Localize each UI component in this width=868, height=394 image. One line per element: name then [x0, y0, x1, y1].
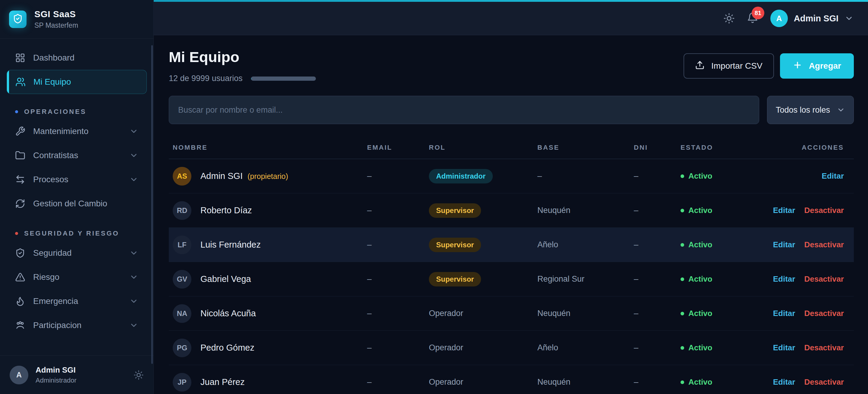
status-badge: Activo — [681, 171, 771, 181]
plus-icon — [793, 60, 802, 72]
sidebar-item-contratistas[interactable]: Contratistas — [7, 143, 147, 167]
search-input[interactable] — [178, 105, 750, 115]
brand-title: SGI SaaS — [34, 9, 78, 19]
filters-row: Todos los roles — [169, 96, 854, 124]
col-nombre: NOMBRE — [173, 144, 367, 152]
sidebar-item-label: Gestion del Cambio — [33, 199, 107, 208]
deactivate-action[interactable]: Desactivar — [804, 377, 844, 387]
sidebar-item-label: Dashboard — [33, 53, 74, 63]
deactivate-action[interactable]: Desactivar — [804, 309, 844, 318]
import-csv-button[interactable]: Importar CSV — [684, 53, 774, 78]
deactivate-action[interactable]: Desactivar — [804, 343, 844, 353]
table-body: ASAdmin SGI(propietario)–Administrador––… — [169, 159, 854, 394]
role-badge: Supervisor — [429, 272, 481, 287]
status-dot-icon — [681, 174, 684, 178]
name-cell: RDRoberto Díaz — [173, 201, 367, 220]
sidebar-footer: A Admin SGI Administrador — [0, 356, 153, 394]
role-cell: Operador — [429, 309, 537, 318]
status-badge: Activo — [681, 206, 771, 215]
plus-icon — [793, 60, 802, 70]
usage-progressbar — [251, 76, 316, 81]
col-dni: DNI — [634, 144, 681, 152]
sidebar-item-riesgo[interactable]: Riesgo — [7, 265, 147, 289]
role-cell: Supervisor — [429, 272, 537, 287]
roles-filter-select[interactable]: Todos los roles — [767, 96, 854, 124]
base-cell: Neuquén — [537, 309, 634, 318]
shield-check-icon — [15, 248, 25, 258]
avatar: A — [10, 366, 28, 384]
table-row: RDRoberto Díaz–SupervisorNeuquén–ActivoE… — [169, 193, 854, 228]
sidebar-item-participacion[interactable]: Participacion — [7, 313, 147, 337]
users-table: NOMBRE EMAIL ROL BASE DNI ESTADO ACCIONE… — [169, 136, 854, 394]
col-estado: ESTADO — [681, 144, 771, 152]
status-dot-icon — [681, 243, 684, 247]
search-box — [169, 96, 759, 124]
base-cell: Regional Sur — [537, 274, 634, 284]
chevron-down-icon — [129, 273, 138, 282]
footer-user-name: Admin SGI — [36, 365, 76, 375]
user-name: Roberto Díaz — [200, 205, 252, 216]
add-button[interactable]: Agregar — [780, 53, 854, 78]
user-name: Admin SGI(propietario) — [200, 171, 288, 181]
actions-cell: EditarDesactivar — [771, 240, 844, 250]
role-badge: Supervisor — [429, 203, 481, 218]
chevron-down-icon — [129, 297, 138, 306]
actions-cell: EditarDesactivar — [771, 343, 844, 353]
user-avatar-initials: RD — [173, 201, 191, 220]
sidebar-nav: DashboardMi EquipoOPERACIONESMantenimien… — [0, 38, 153, 356]
grid-icon — [15, 53, 25, 63]
col-email: EMAIL — [367, 144, 429, 152]
dni-cell: – — [634, 309, 681, 318]
sidebar-scrollbar[interactable] — [151, 45, 153, 364]
user-avatar-initials: LF — [173, 235, 191, 254]
sidebar-item-dashboard[interactable]: Dashboard — [7, 46, 147, 70]
edit-action[interactable]: Editar — [773, 206, 795, 215]
sun-icon[interactable] — [723, 13, 735, 24]
status-badge: Activo — [681, 377, 771, 387]
deactivate-action[interactable]: Desactivar — [804, 240, 844, 250]
users-group-icon — [15, 320, 25, 330]
edit-action[interactable]: Editar — [773, 240, 795, 250]
user-avatar-initials: NA — [173, 304, 191, 323]
role-badge: Supervisor — [429, 238, 481, 252]
deactivate-action[interactable]: Desactivar — [804, 274, 844, 284]
sidebar-item-procesos[interactable]: Procesos — [7, 167, 147, 192]
edit-action[interactable]: Editar — [773, 274, 795, 284]
deactivate-action[interactable]: Desactivar — [804, 206, 844, 215]
avatar: A — [770, 10, 788, 27]
nav-section-label: SEGURIDAD Y RIESGO — [7, 230, 147, 237]
role-badge: Administrador — [429, 169, 493, 184]
footer-user-role: Administrador — [36, 376, 76, 384]
section-text: OPERACIONES — [24, 108, 87, 116]
actions-cell: EditarDesactivar — [771, 206, 844, 215]
base-cell: Neuquén — [537, 377, 634, 387]
sidebar-item-seguridad[interactable]: Seguridad — [7, 241, 147, 265]
status-badge: Activo — [681, 240, 771, 250]
user-menu[interactable]: A Admin SGI — [770, 10, 854, 27]
status-dot-icon — [681, 277, 684, 281]
edit-action[interactable]: Editar — [773, 343, 795, 353]
sidebar-item-emergencia[interactable]: Emergencia — [7, 289, 147, 313]
sidebar-item-gestion-del-cambio[interactable]: Gestion del Cambio — [7, 192, 147, 216]
edit-action[interactable]: Editar — [773, 309, 795, 318]
sidebar-item-label: Mi Equipo — [33, 77, 71, 87]
topbar-user-name: Admin SGI — [794, 13, 838, 24]
sidebar-item-mi-equipo[interactable]: Mi Equipo — [7, 70, 147, 94]
edit-action[interactable]: Editar — [822, 171, 844, 181]
notification-badge: 81 — [752, 7, 764, 19]
sidebar-item-label: Seguridad — [33, 248, 72, 258]
table-row: NANicolás Acuña–OperadorNeuquén–ActivoEd… — [169, 296, 854, 331]
dni-cell: – — [634, 377, 681, 387]
actions-cell: Editar — [771, 171, 844, 181]
arrows-swap-icon — [15, 174, 25, 185]
user-name: Luis Fernández — [200, 240, 261, 250]
email-cell: – — [367, 171, 429, 181]
sidebar: SGI SaaS SP Masterfem DashboardMi Equipo… — [0, 0, 154, 394]
notifications-button[interactable]: 81 — [747, 12, 758, 25]
dni-cell: – — [634, 274, 681, 284]
sidebar-item-mantenimiento[interactable]: Mantenimiento — [7, 119, 147, 143]
alert-triangle-icon — [15, 272, 25, 282]
name-cell: NANicolás Acuña — [173, 304, 367, 323]
edit-action[interactable]: Editar — [773, 377, 795, 387]
sun-icon[interactable] — [133, 370, 144, 380]
